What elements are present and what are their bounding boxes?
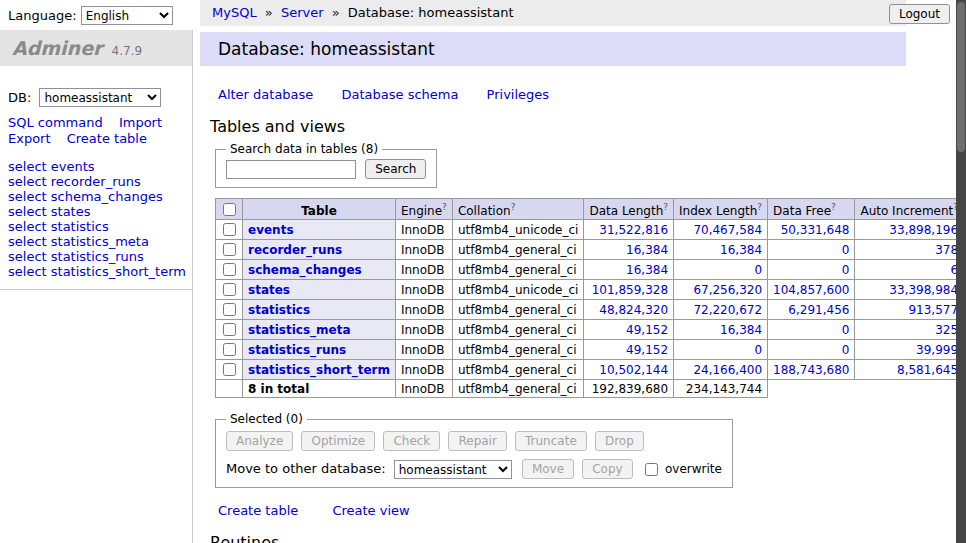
db-label: DB: bbox=[8, 90, 31, 105]
table-link[interactable]: statistics_runs bbox=[248, 343, 346, 357]
sidebar-item-select-statistics-short-term[interactable]: select statistics_short_term bbox=[8, 264, 184, 279]
logout-button[interactable]: Logout bbox=[889, 4, 950, 24]
row-checkbox[interactable] bbox=[223, 303, 236, 316]
create-table-link-main[interactable]: Create table bbox=[218, 503, 298, 518]
cell-data-free: 50,331,648 bbox=[768, 220, 855, 240]
optimize-button[interactable]: Optimize bbox=[301, 431, 375, 451]
row-checkbox[interactable] bbox=[223, 363, 236, 376]
routines-heading: Routines bbox=[210, 534, 910, 543]
sql-command-link[interactable]: SQL command bbox=[8, 115, 103, 130]
cell-auto-increment: 378 bbox=[855, 240, 964, 260]
repair-button[interactable]: Repair bbox=[448, 431, 506, 451]
table-row: statistics_runs InnoDB utf8mb4_general_c… bbox=[216, 340, 966, 360]
search-input[interactable] bbox=[226, 160, 356, 179]
column-header-collation[interactable]: Collation? bbox=[452, 199, 584, 220]
cell-data-free: 6,291,456 bbox=[768, 300, 855, 320]
cell-auto-increment: 8,581,645 bbox=[855, 360, 964, 380]
tables-table: Table Engine? Collation? Data Length? In… bbox=[215, 198, 966, 398]
sidebar-item-select-states[interactable]: select states bbox=[8, 204, 184, 219]
create-table-link[interactable]: Create table bbox=[67, 131, 147, 146]
cell-index-length: 16,384 bbox=[674, 320, 768, 340]
cell-data-length: 10,502,144 bbox=[584, 360, 674, 380]
row-checkbox[interactable] bbox=[223, 343, 236, 356]
db-select[interactable]: homeassistant bbox=[39, 88, 161, 107]
sidebar-item-select-statistics-runs[interactable]: select statistics_runs bbox=[8, 249, 184, 264]
cell-index-length: 0 bbox=[674, 340, 768, 360]
table-link[interactable]: events bbox=[248, 223, 294, 237]
table-link[interactable]: schema_changes bbox=[248, 263, 362, 277]
column-header-auto-increment[interactable]: Auto Increment? bbox=[855, 199, 964, 220]
sidebar-item-select-recorder-runs[interactable]: select recorder_runs bbox=[8, 174, 184, 189]
sidebar: Adminer 4.7.9 DB: homeassistant SQL comm… bbox=[0, 30, 193, 543]
column-header-index-length[interactable]: Index Length? bbox=[674, 199, 768, 220]
total-index-length: 234,143,744 bbox=[674, 380, 768, 398]
export-link[interactable]: Export bbox=[8, 131, 51, 146]
cell-data-length: 101,859,328 bbox=[584, 280, 674, 300]
row-checkbox[interactable] bbox=[223, 283, 236, 296]
cell-auto-increment: 325 bbox=[855, 320, 964, 340]
selected-fieldset: Selected (0) Analyze Optimize Check Repa… bbox=[215, 412, 733, 488]
move-button[interactable]: Move bbox=[522, 459, 574, 479]
cell-engine: InnoDB bbox=[395, 320, 452, 340]
import-link[interactable]: Import bbox=[119, 115, 162, 130]
check-button[interactable]: Check bbox=[383, 431, 440, 451]
create-view-link[interactable]: Create view bbox=[332, 503, 409, 518]
move-database-select[interactable]: homeassistant bbox=[394, 460, 512, 479]
column-header-table[interactable]: Table bbox=[243, 199, 396, 220]
sidebar-item-select-schema-changes[interactable]: select schema_changes bbox=[8, 189, 184, 204]
cell-data-free: 104,857,600 bbox=[768, 280, 855, 300]
table-link[interactable]: states bbox=[248, 283, 290, 297]
copy-button[interactable]: Copy bbox=[582, 459, 632, 479]
total-data-length: 192,839,680 bbox=[584, 380, 674, 398]
sidebar-item-select-events[interactable]: select events bbox=[8, 159, 184, 174]
search-button[interactable]: Search bbox=[365, 159, 426, 179]
search-fieldset: Search data in tables (8) Search bbox=[215, 142, 437, 188]
cell-engine: InnoDB bbox=[395, 300, 452, 320]
sidebar-item-select-statistics-meta[interactable]: select statistics_meta bbox=[8, 234, 184, 249]
cell-collation: utf8mb4_unicode_ci bbox=[452, 220, 584, 240]
adminer-version: 4.7.9 bbox=[112, 44, 143, 58]
cell-engine: InnoDB bbox=[395, 280, 452, 300]
overwrite-checkbox[interactable] bbox=[645, 463, 658, 476]
cell-auto-increment: 33,398,984 bbox=[855, 280, 964, 300]
scrollbar-thumb[interactable] bbox=[957, 2, 965, 152]
privileges-link[interactable]: Privileges bbox=[487, 87, 550, 102]
drop-button[interactable]: Drop bbox=[595, 431, 644, 451]
cell-collation: utf8mb4_general_ci bbox=[452, 340, 584, 360]
breadcrumb-link-mysql[interactable]: MySQL bbox=[212, 5, 257, 20]
db-selector: DB: homeassistant bbox=[8, 88, 184, 107]
page-title: Database: homeassistant bbox=[200, 32, 906, 66]
column-header-engine[interactable]: Engine? bbox=[395, 199, 452, 220]
table-link[interactable]: recorder_runs bbox=[248, 243, 342, 257]
database-schema-link[interactable]: Database schema bbox=[342, 87, 459, 102]
overwrite-label: overwrite bbox=[665, 462, 722, 476]
analyze-button[interactable]: Analyze bbox=[226, 431, 293, 451]
cell-data-length: 49,152 bbox=[584, 340, 674, 360]
row-checkbox[interactable] bbox=[223, 263, 236, 276]
table-link[interactable]: statistics bbox=[248, 303, 310, 317]
main-content: Database: homeassistant Alter database D… bbox=[200, 32, 910, 543]
cell-index-length: 72,220,672 bbox=[674, 300, 768, 320]
row-checkbox[interactable] bbox=[223, 243, 236, 256]
cell-engine: InnoDB bbox=[395, 360, 452, 380]
breadcrumb-link-server[interactable]: Server bbox=[281, 5, 324, 20]
truncate-button[interactable]: Truncate bbox=[515, 431, 587, 451]
cell-data-free: 188,743,680 bbox=[768, 360, 855, 380]
column-header-data-length[interactable]: Data Length? bbox=[584, 199, 674, 220]
database-links: Alter database Database schema Privilege… bbox=[218, 88, 910, 102]
cell-data-free: 0 bbox=[768, 240, 855, 260]
cell-data-free: 0 bbox=[768, 320, 855, 340]
adminer-logo[interactable]: Adminer bbox=[12, 37, 102, 59]
table-link[interactable]: statistics_short_term bbox=[248, 363, 390, 377]
sidebar-item-select-statistics[interactable]: select statistics bbox=[8, 219, 184, 234]
cell-auto-increment: 913,577 bbox=[855, 300, 964, 320]
row-checkbox[interactable] bbox=[223, 223, 236, 236]
scrollbar[interactable] bbox=[956, 0, 966, 543]
language-select[interactable]: English bbox=[81, 6, 173, 25]
column-header-data-free[interactable]: Data Free? bbox=[768, 199, 855, 220]
alter-database-link[interactable]: Alter database bbox=[218, 87, 313, 102]
table-link[interactable]: statistics_meta bbox=[248, 323, 351, 337]
select-all-checkbox[interactable] bbox=[223, 203, 236, 216]
cell-data-length: 31,522,816 bbox=[584, 220, 674, 240]
row-checkbox[interactable] bbox=[223, 323, 236, 336]
